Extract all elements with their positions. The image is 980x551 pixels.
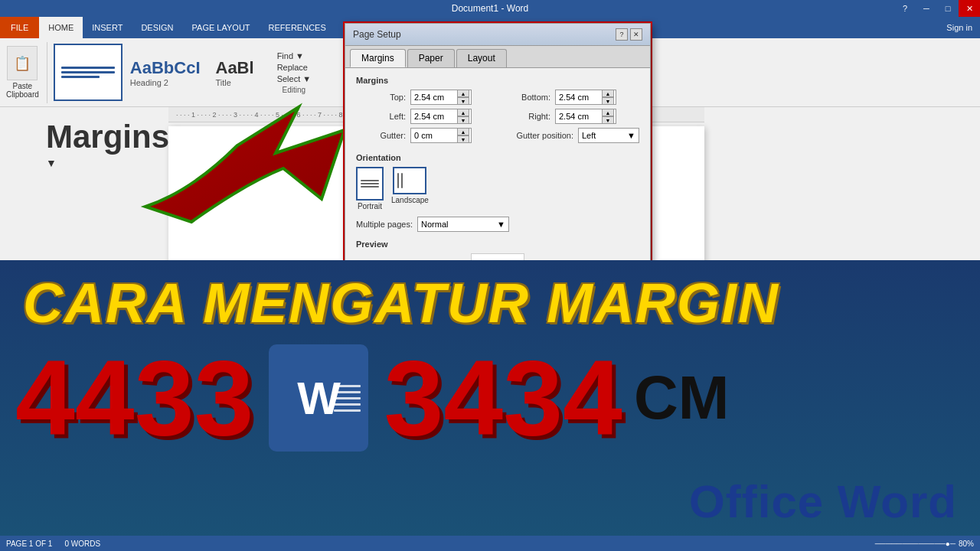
tutorial-overlay: CARA MENGATUR MARGIN 4433 W 3434 CM Offi… [0,260,980,551]
right-decrement[interactable]: ▼ [602,116,614,124]
paste-label: Paste [13,82,33,90]
sign-in-link[interactable]: Sign in [946,17,980,38]
portrait-icon [356,167,384,201]
portrait-line1 [361,180,379,181]
tab-margins[interactable]: Margins [350,49,406,67]
tab-insert[interactable]: INSERT [83,17,132,38]
cm-label: CM [634,367,729,429]
tab-references[interactable]: REFERENCES [260,17,335,38]
status-bar: PAGE 1 OF 1 0 WORDS ─────────────●─ 80% [0,536,980,551]
portrait-line2 [361,183,379,184]
margin-fields-row1: Top: ▲ ▼ Left: ▲ ▼ [356,90,639,147]
right-field-row: Right: ▲ ▼ [501,109,639,124]
margins-label[interactable]: Margins [46,119,169,155]
tab-file[interactable]: FILE [0,17,39,38]
gutter-field-row: Gutter: ▲ ▼ [356,128,485,143]
select-button[interactable]: Select ▼ [277,74,312,83]
multiple-pages-select[interactable]: Normal ▼ [417,217,509,232]
minimize-button[interactable]: ? [894,0,916,17]
gutter-increment[interactable]: ▲ [457,128,469,135]
number-right: 3434 [384,344,622,452]
gutter-input[interactable]: ▲ ▼ [410,128,472,143]
margins-section-label: Margins [356,76,639,85]
multiple-pages-label: Multiple pages: [356,220,413,229]
logo-line3 [334,397,361,399]
right-field-group: Bottom: ▲ ▼ Right: ▲ [501,90,639,147]
dialog-close-button[interactable]: ✕ [630,28,642,41]
pages-row: Multiple pages: Normal ▼ [356,217,639,232]
portrait-option[interactable]: Portrait [356,167,384,210]
title-style[interactable]: AaBl [216,58,254,78]
preview-label: Preview [356,240,639,249]
pages-dropdown-arrow: ▼ [497,220,505,229]
top-value[interactable] [411,90,457,104]
find-button[interactable]: Find ▼ [277,51,312,60]
gutter-decrement[interactable]: ▼ [457,135,469,143]
styles-group: AaBbCcI Heading 2 [130,58,201,87]
bottom-increment[interactable]: ▲ [602,90,614,97]
gutter-value[interactable] [411,129,457,142]
minimize-button[interactable]: ─ [916,0,937,17]
landscape-icon [393,167,426,194]
window-title: Document1 - Word [452,3,528,14]
right-increment[interactable]: ▲ [602,109,614,116]
gutter-pos-arrow: ▼ [627,131,635,140]
tab-home[interactable]: HOME [39,17,83,38]
left-label: Left: [356,112,406,121]
bottom-input[interactable]: ▲ ▼ [555,90,616,105]
page-info: PAGE 1 OF 1 [6,540,52,548]
pages-value: Normal [421,220,448,229]
top-field-group: Top: ▲ ▼ Left: ▲ ▼ [356,90,485,147]
right-label: Right: [501,112,550,121]
top-increment[interactable]: ▲ [457,90,469,97]
gutter-pos-label: Gutter position: [501,131,573,140]
right-value[interactable] [556,109,602,123]
orientation-options: Portrait Landscape [356,167,639,210]
right-input[interactable]: ▲ ▼ [555,109,616,124]
gutter-pos-field-row: Gutter position: Left ▼ [501,128,639,143]
left-decrement[interactable]: ▼ [457,116,469,124]
editing-group: Find ▼ Replace Select ▼ Editing [277,51,312,94]
landscape-line2 [401,173,403,188]
orientation-label: Orientation [356,153,639,162]
orientation-section: Orientation Portrait [356,153,639,210]
landscape-line1 [397,173,399,188]
heading2-style[interactable]: AaBbCcI [130,58,201,78]
dialog-tab-bar: Margins Paper Layout [345,46,650,68]
landscape-option[interactable]: Landscape [391,167,429,210]
bottom-label: Bottom: [501,93,550,102]
gutter-pos-select[interactable]: Left ▼ [578,128,639,143]
left-input[interactable]: ▲ ▼ [410,109,472,124]
dialog-title-text: Page Setup [353,29,401,40]
logo-line1 [334,385,361,387]
tab-paper[interactable]: Paper [407,49,455,67]
tab-pagelayout[interactable]: PAGE LAYOUT [183,17,260,38]
tutorial-title-container: CARA MENGATUR MARGIN [23,276,957,331]
bottom-decrement[interactable]: ▼ [602,97,614,105]
left-increment[interactable]: ▲ [457,109,469,116]
bottom-value[interactable] [556,90,602,104]
top-label: Top: [356,93,406,102]
paste-icon[interactable]: 📋 [7,46,38,80]
replace-button[interactable]: Replace [277,63,312,72]
restore-button[interactable]: □ [937,0,959,17]
tab-design[interactable]: DESIGN [132,17,182,38]
word-logo-lines [334,385,361,412]
heading2-label: Heading 2 [130,78,168,87]
numbers-row: 4433 W 3434 CM [15,344,965,452]
zoom-percent: 80% [959,540,974,548]
left-value[interactable] [411,109,457,123]
word-count: 0 WORDS [64,540,100,548]
margins-dropdown-arrow[interactable]: ▼ [46,157,169,169]
top-input[interactable]: ▲ ▼ [410,90,472,105]
tab-layout[interactable]: Layout [456,49,507,67]
clipboard-label: Clipboard [6,90,39,99]
portrait-label: Portrait [358,202,382,210]
logo-line4 [334,403,361,406]
gutter-pos-value: Left [582,131,596,140]
number-left: 4433 [15,344,253,452]
dialog-help-button[interactable]: ? [616,28,628,41]
top-decrement[interactable]: ▼ [457,97,469,105]
bottom-field-row: Bottom: ▲ ▼ [501,90,639,105]
close-button[interactable]: ✕ [959,0,980,17]
